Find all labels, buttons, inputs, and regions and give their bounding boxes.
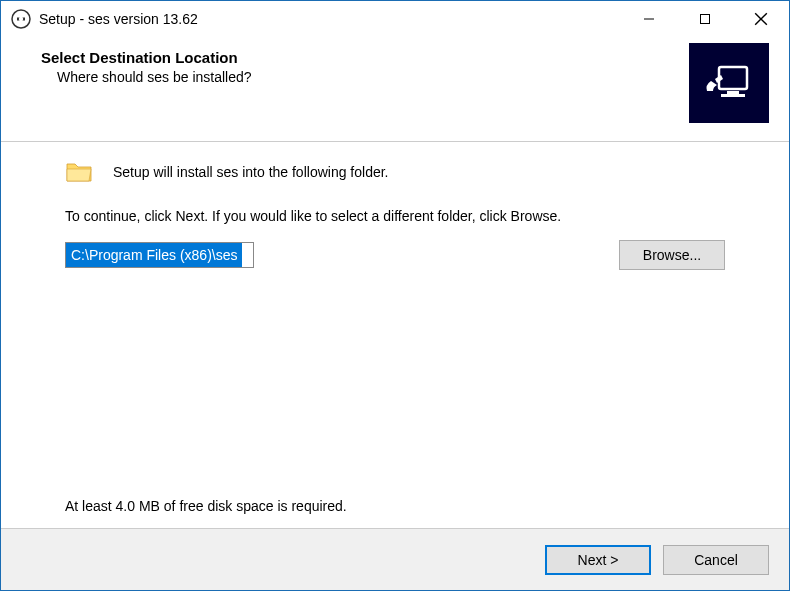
installer-logo-icon xyxy=(689,43,769,123)
svg-point-2 xyxy=(19,17,23,21)
header-text: Select Destination Location Where should… xyxy=(41,49,689,85)
footer: Next > Cancel xyxy=(1,528,789,590)
main-content: Setup will install ses into the followin… xyxy=(1,142,789,528)
minimize-button[interactable] xyxy=(621,1,677,37)
svg-rect-8 xyxy=(727,91,739,94)
header-section: Select Destination Location Where should… xyxy=(1,37,789,142)
path-row: C:\Program Files (x86)\ses Browse... xyxy=(65,240,725,270)
installer-window: Setup - ses version 13.62 Select Destina… xyxy=(0,0,790,591)
install-notice-row: Setup will install ses into the followin… xyxy=(65,160,725,184)
install-notice-text: Setup will install ses into the followin… xyxy=(113,164,388,180)
disk-space-text: At least 4.0 MB of free disk space is re… xyxy=(65,498,347,514)
titlebar: Setup - ses version 13.62 xyxy=(1,1,789,37)
window-title: Setup - ses version 13.62 xyxy=(39,11,621,27)
maximize-button[interactable] xyxy=(677,1,733,37)
path-input-wrap: C:\Program Files (x86)\ses xyxy=(65,242,603,268)
window-controls xyxy=(621,1,789,37)
svg-rect-7 xyxy=(719,67,747,89)
cancel-button[interactable]: Cancel xyxy=(663,545,769,575)
page-title: Select Destination Location xyxy=(41,49,689,66)
browse-button[interactable]: Browse... xyxy=(619,240,725,270)
next-button[interactable]: Next > xyxy=(545,545,651,575)
install-path-input[interactable] xyxy=(65,242,254,268)
svg-rect-9 xyxy=(721,94,745,97)
folder-icon xyxy=(65,160,93,184)
svg-rect-4 xyxy=(701,15,710,24)
close-button[interactable] xyxy=(733,1,789,37)
app-icon xyxy=(11,9,31,29)
instruction-text: To continue, click Next. If you would li… xyxy=(65,208,725,224)
page-subtitle: Where should ses be installed? xyxy=(57,69,689,85)
content-area: Select Destination Location Where should… xyxy=(1,37,789,590)
